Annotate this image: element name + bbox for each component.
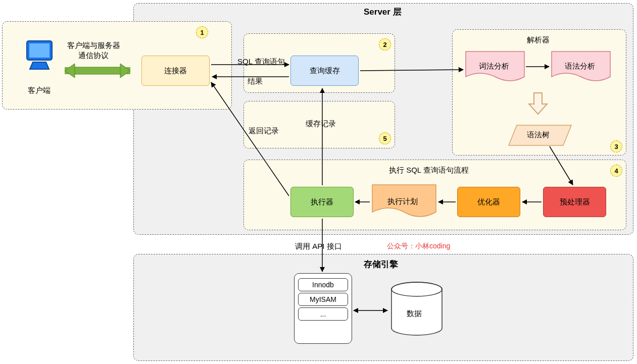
badge-3: 3	[610, 140, 622, 152]
badge-4: 4	[610, 165, 622, 177]
client-icon	[23, 38, 58, 73]
connector-box: 连接器	[141, 56, 210, 86]
syntax-tree-label: 语法树	[527, 130, 550, 140]
badge-1: 1	[196, 26, 208, 38]
data-label: 数据	[407, 309, 422, 319]
engine-innodb: Innodb	[298, 278, 348, 291]
storage-engine-title: 存储引擎	[364, 258, 398, 270]
query-cache-box: 查询缓存	[290, 56, 359, 86]
diagram-canvas: Server 层 1 客户端 连接器 2 查询缓存 解析器 3 词法分析 语法分…	[0, 0, 637, 364]
edge-sql-query: SQL 查询语句	[237, 57, 285, 67]
edge-client-server: 客户端与服务器通信协议	[58, 40, 129, 60]
exec-plan-label: 执行计划	[387, 197, 418, 206]
exec-flow-title: 执行 SQL 查询语句流程	[389, 166, 469, 175]
badge-2: 2	[379, 38, 391, 50]
client-label: 客户端	[28, 86, 51, 95]
syntax-label: 语法分析	[565, 62, 595, 71]
engine-myisam: MyISAM	[298, 293, 348, 306]
badge-5: 5	[379, 132, 391, 144]
edge-return-record: 返回记录	[249, 126, 279, 136]
watermark: 公众号：小林coding	[387, 242, 450, 251]
engine-more: ...	[298, 307, 348, 321]
block-arrow-down-icon	[528, 91, 548, 116]
edge-result: 结果	[248, 77, 263, 86]
edge-call-api: 调用 API 接口	[295, 242, 342, 251]
engine-list: Innodb MyISAM ...	[294, 273, 352, 344]
lexical-label: 词法分析	[479, 62, 509, 71]
parser-title: 解析器	[527, 35, 550, 45]
preprocessor-box: 预处理器	[543, 187, 606, 217]
server-layer-title: Server 层	[364, 6, 402, 18]
optimizer-box: 优化器	[457, 187, 520, 217]
edge-cache-record: 缓存记录	[306, 119, 336, 129]
svg-rect-1	[29, 43, 50, 58]
executor-box: 执行器	[290, 187, 354, 217]
